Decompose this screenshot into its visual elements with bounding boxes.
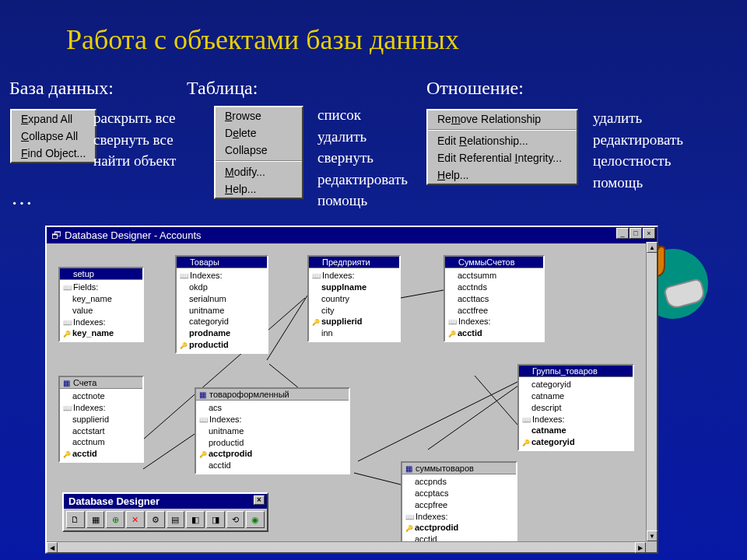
delete-item[interactable]: Delete — [216, 124, 302, 142]
tool-6[interactable]: ▤ — [167, 511, 185, 528]
tool-7[interactable]: ◧ — [186, 511, 205, 528]
collapse-all-item[interactable]: Collapse All — [12, 128, 95, 145]
section-db: База данных: — [9, 78, 114, 99]
vertical-scrollbar[interactable]: ▲▼ — [646, 242, 657, 541]
edit-integrity-item[interactable]: Edit Referential Integrity... — [428, 149, 577, 166]
expand-all-item[interactable]: Expand All — [12, 110, 95, 128]
tool-3[interactable]: ⊕ — [106, 511, 124, 528]
browse-item[interactable]: Browse — [216, 107, 302, 124]
tool-8[interactable]: ◨ — [206, 511, 225, 528]
page-title: Работа с объектами базы данных — [66, 23, 459, 56]
tool-4[interactable]: ✕ — [126, 511, 145, 528]
tool-9[interactable]: ⟲ — [226, 511, 245, 528]
table-summyschetov[interactable]: СуммыСчетов acctsumm acctnds accttacs ac… — [444, 255, 545, 342]
ru-rel-labels: удалитьредактироватьцелостностьпомощь — [593, 107, 683, 193]
table-summytovarov[interactable]: суммытоваров accpnds accptacs accpfree I… — [401, 461, 517, 542]
edit-rel-item[interactable]: Edit Relationship... — [428, 132, 577, 149]
tool-2[interactable]: ▦ — [86, 511, 105, 528]
horizontal-scrollbar[interactable]: ◀▶ — [47, 541, 646, 552]
remove-rel-item[interactable]: Remove Relationship — [428, 110, 577, 128]
section-table: Таблица: — [187, 78, 258, 99]
menu-relationship: Remove Relationship Edit Relationship...… — [426, 109, 578, 185]
designer-toolbar[interactable]: Database Designer× 🗋 ▦ ⊕ ✕ ⚙ ▤ ◧ ◨ ⟲ ◉ — [62, 492, 268, 532]
menu-database: Expand All Collapse All Find Object... — [10, 109, 96, 163]
minimize-button[interactable]: _ — [616, 228, 629, 239]
database-designer-window: 🗗Database Designer - Accounts _ □ × setu… — [45, 226, 658, 554]
tool-5[interactable]: ⚙ — [146, 511, 165, 528]
ru-table-labels: списокудалитьсвернутьредактироватьпомощь — [317, 104, 408, 212]
collapse-item[interactable]: Collapse — [216, 142, 302, 159]
tool-10[interactable]: ◉ — [246, 511, 265, 528]
table-tovaroformlennyj[interactable]: товароформленный acs Indexes: unitname p… — [195, 387, 350, 474]
section-rel: Отношение: — [426, 78, 524, 99]
table-scheta[interactable]: Счета acctnote Indexes: supplierid accts… — [58, 376, 144, 463]
table-tovary[interactable]: Товары Indexes: okdp serialnum unitname … — [175, 255, 268, 354]
designer-titlebar[interactable]: 🗗Database Designer - Accounts _ □ × — [47, 227, 657, 243]
ellipsis: … — [11, 185, 33, 210]
menu-table: Browse Delete Collapse Modify... Help... — [214, 106, 303, 199]
close-button[interactable]: × — [643, 228, 655, 239]
table-predpriyati[interactable]: Предприяти Indexes: supplname country ci… — [307, 255, 401, 342]
table-setup[interactable]: setup Fields: key_name value Indexes: ke… — [58, 267, 144, 342]
find-object-item[interactable]: Find Object... — [12, 145, 95, 162]
help-rel-item[interactable]: Help... — [428, 166, 577, 184]
modify-item[interactable]: Modify... — [216, 163, 302, 180]
ru-db-labels: раскрыть всесвернуть всенайти объект — [93, 107, 176, 172]
tool-1[interactable]: 🗋 — [66, 511, 85, 528]
maximize-button[interactable]: □ — [630, 228, 642, 239]
toolbar-close-button[interactable]: × — [254, 495, 265, 505]
help-item[interactable]: Help... — [216, 180, 302, 198]
table-gruppy-tovarov[interactable]: Группы_товаров categoryid catname descri… — [517, 364, 634, 451]
